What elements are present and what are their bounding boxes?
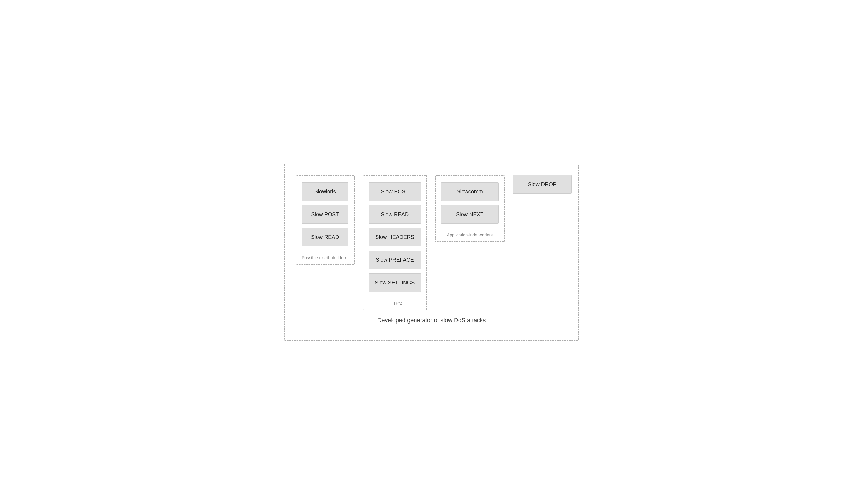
columns-row: Slowloris Slow POST Slow READ Possible d… (296, 175, 567, 310)
col1-distributed: Slowloris Slow POST Slow READ Possible d… (296, 175, 354, 265)
attack-slow-read-col1: Slow READ (302, 228, 348, 246)
col3-label: Application-independent (436, 233, 504, 237)
outer-label: Developed generator of slow DoS attacks (296, 317, 567, 324)
attack-slow-post-col1: Slow POST (302, 205, 348, 224)
col3-app-independent: Slowcomm Slow NEXT Application-independe… (435, 175, 505, 242)
col4-slow-drop: Slow DROP (513, 175, 572, 194)
col1-label: Possible distributed form (297, 256, 354, 260)
attack-slowloris: Slowloris (302, 182, 348, 201)
attack-slow-preface: Slow PREFACE (369, 251, 421, 269)
attack-slow-settings: Slow SETTINGS (369, 273, 421, 292)
attack-slow-next: Slow NEXT (441, 205, 499, 224)
attack-slow-drop: Slow DROP (513, 175, 572, 194)
attack-slow-read-col2: Slow READ (369, 205, 421, 224)
col2-http2: Slow POST Slow READ Slow HEADERS Slow PR… (363, 175, 427, 310)
attack-slow-post-col2: Slow POST (369, 182, 421, 201)
attack-slowcomm: Slowcomm (441, 182, 499, 201)
col2-label: HTTP/2 (363, 301, 426, 306)
outer-box: Slowloris Slow POST Slow READ Possible d… (284, 164, 579, 341)
attack-slow-headers: Slow HEADERS (369, 228, 421, 246)
diagram-wrapper: Slowloris Slow POST Slow READ Possible d… (284, 164, 579, 341)
